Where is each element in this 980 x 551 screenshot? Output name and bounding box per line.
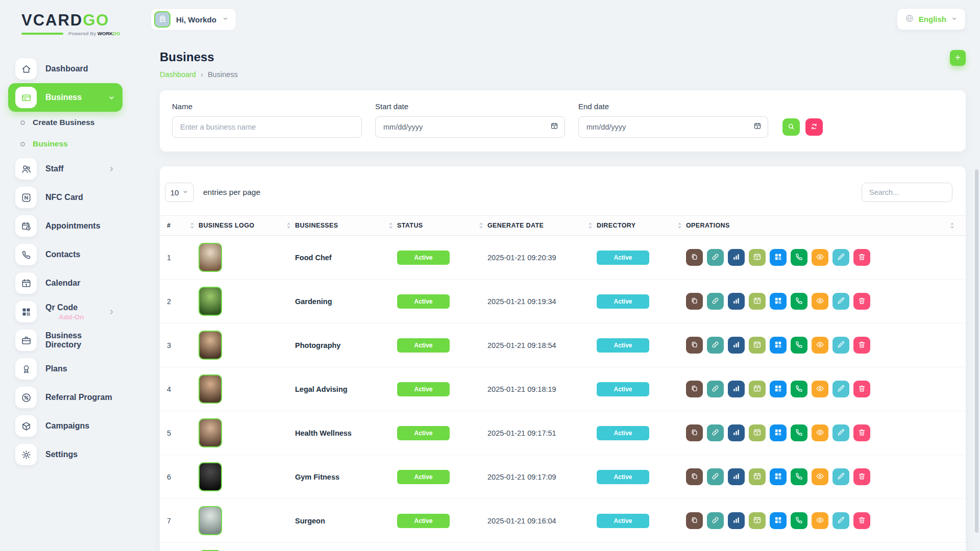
- copy-button[interactable]: [686, 381, 703, 397]
- end-date-input[interactable]: mm/dd/yyyy: [578, 116, 768, 138]
- sort-icon[interactable]: [677, 222, 682, 229]
- preview-button[interactable]: [812, 468, 828, 485]
- link-button[interactable]: [707, 293, 724, 310]
- filter-reset-button[interactable]: [805, 118, 823, 136]
- sidebar-item-qr-code[interactable]: Qr CodeAdd-On: [8, 297, 122, 326]
- link-button[interactable]: [707, 468, 724, 485]
- sort-icon[interactable]: [588, 222, 593, 229]
- calendar-button[interactable]: [749, 249, 766, 266]
- analytics-button[interactable]: [728, 512, 745, 529]
- business-logo-image[interactable]: [199, 243, 222, 272]
- filter-search-button[interactable]: [782, 118, 800, 136]
- analytics-button[interactable]: [728, 337, 745, 354]
- analytics-button[interactable]: [728, 381, 745, 397]
- sidebar-item-referral-program[interactable]: Referral Program: [8, 383, 122, 412]
- delete-button[interactable]: [853, 468, 870, 485]
- sidebar-item-business-directory[interactable]: Business Directory: [8, 326, 122, 355]
- sidebar-item-staff[interactable]: Staff: [8, 155, 122, 183]
- sidebar-item-calendar[interactable]: Calendar: [8, 269, 122, 297]
- delete-button[interactable]: [853, 381, 870, 397]
- preview-button[interactable]: [812, 512, 828, 529]
- delete-button[interactable]: [853, 249, 870, 266]
- sidebar-item-dashboard[interactable]: Dashboard: [8, 55, 122, 83]
- delete-button[interactable]: [853, 337, 870, 354]
- business-logo-image[interactable]: [199, 418, 222, 447]
- column-header-operations[interactable]: OPERATIONS: [686, 222, 959, 229]
- business-logo-image[interactable]: [199, 374, 222, 404]
- edit-button[interactable]: [832, 381, 849, 397]
- breadcrumb-dashboard[interactable]: Dashboard: [160, 70, 196, 79]
- table-search-input[interactable]: [862, 183, 952, 202]
- sidebar-item-business[interactable]: Business: [8, 83, 122, 112]
- column-header-generate-date[interactable]: GENERATE DATE: [487, 222, 597, 229]
- preview-button[interactable]: [812, 249, 828, 266]
- delete-button[interactable]: [853, 293, 870, 310]
- sort-icon[interactable]: [388, 222, 393, 229]
- column-header-businesses[interactable]: BUSINESSES: [295, 222, 397, 229]
- contact-button[interactable]: [791, 512, 807, 529]
- contact-button[interactable]: [791, 381, 807, 397]
- brand-logo[interactable]: VCARDGO Powered By WORKDO: [0, 11, 145, 36]
- analytics-button[interactable]: [728, 468, 745, 485]
- user-menu[interactable]: Hi, Workdo: [151, 8, 236, 31]
- calendar-button[interactable]: [749, 381, 766, 397]
- entries-per-page-select[interactable]: 10: [165, 183, 194, 202]
- page-scrollbar[interactable]: [975, 169, 978, 533]
- edit-button[interactable]: [832, 293, 849, 310]
- sidebar-item-contacts[interactable]: Contacts: [8, 240, 122, 269]
- language-selector[interactable]: English: [897, 8, 966, 30]
- column-header-directory[interactable]: DIRECTORY: [597, 222, 686, 229]
- business-logo-image[interactable]: [199, 287, 222, 316]
- delete-button[interactable]: [853, 512, 870, 529]
- calendar-button[interactable]: [749, 424, 766, 441]
- sidebar-item-settings[interactable]: Settings: [8, 440, 122, 469]
- edit-button[interactable]: [832, 424, 849, 441]
- calendar-icon[interactable]: [753, 122, 762, 132]
- edit-button[interactable]: [832, 512, 849, 529]
- preview-button[interactable]: [812, 337, 828, 354]
- contact-button[interactable]: [791, 249, 807, 266]
- contact-button[interactable]: [791, 293, 807, 310]
- link-button[interactable]: [707, 249, 724, 266]
- analytics-button[interactable]: [728, 293, 745, 310]
- add-business-button[interactable]: [950, 50, 966, 66]
- sidebar-item-campaigns[interactable]: Campaigns: [8, 412, 122, 440]
- calendar-button[interactable]: [749, 512, 766, 529]
- sidebar-subitem-business[interactable]: Business: [0, 133, 145, 155]
- delete-button[interactable]: [853, 424, 870, 441]
- link-button[interactable]: [707, 337, 724, 354]
- qr-code-button[interactable]: [770, 293, 787, 310]
- preview-button[interactable]: [812, 381, 828, 397]
- qr-code-button[interactable]: [770, 381, 787, 397]
- contact-button[interactable]: [791, 424, 807, 441]
- qr-code-button[interactable]: [770, 424, 787, 441]
- edit-button[interactable]: [832, 468, 849, 485]
- link-button[interactable]: [707, 424, 724, 441]
- calendar-button[interactable]: [749, 293, 766, 310]
- copy-button[interactable]: [686, 249, 703, 266]
- copy-button[interactable]: [686, 293, 703, 310]
- calendar-button[interactable]: [749, 337, 766, 354]
- qr-code-button[interactable]: [770, 468, 787, 485]
- link-button[interactable]: [707, 381, 724, 397]
- sidebar-subitem-create-business[interactable]: Create Business: [0, 112, 145, 133]
- name-filter-input[interactable]: [172, 116, 362, 138]
- link-button[interactable]: [707, 512, 724, 529]
- sort-icon[interactable]: [190, 222, 194, 229]
- copy-button[interactable]: [686, 424, 703, 441]
- edit-button[interactable]: [832, 337, 849, 354]
- business-logo-image[interactable]: [199, 506, 222, 535]
- business-logo-image[interactable]: [199, 331, 222, 360]
- qr-code-button[interactable]: [770, 249, 787, 266]
- copy-button[interactable]: [686, 468, 703, 485]
- sort-icon[interactable]: [950, 222, 954, 229]
- copy-button[interactable]: [686, 512, 703, 529]
- analytics-button[interactable]: [728, 249, 745, 266]
- sidebar-item-nfc-card[interactable]: NFC Card: [8, 183, 122, 212]
- sidebar-item-plans[interactable]: Plans: [8, 355, 122, 383]
- analytics-button[interactable]: [728, 424, 745, 441]
- column-header-status[interactable]: STATUS: [397, 222, 487, 229]
- preview-button[interactable]: [812, 293, 828, 310]
- contact-button[interactable]: [791, 337, 807, 354]
- qr-code-button[interactable]: [770, 512, 787, 529]
